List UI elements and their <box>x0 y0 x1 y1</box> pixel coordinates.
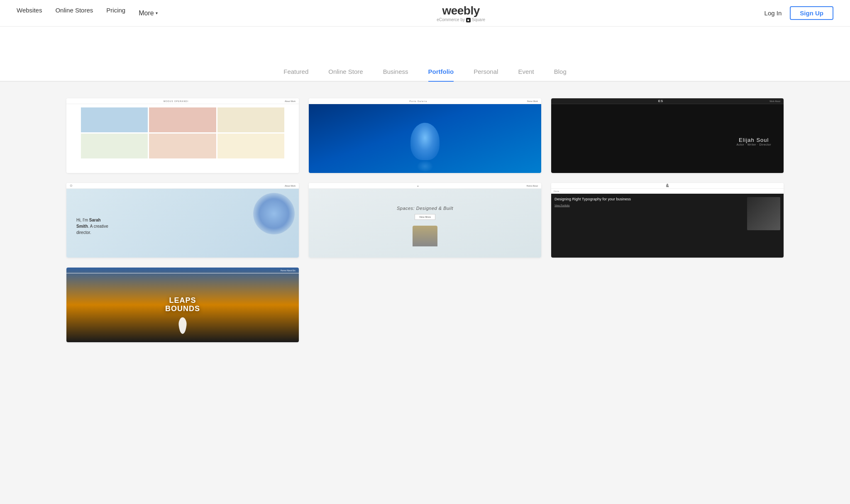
logo[interactable]: weebly eCommerce by ■ Square <box>437 4 485 23</box>
typography-view-more: View Portfolio <box>554 204 744 207</box>
tabs: Featured Online Store Business Portfolio… <box>0 60 850 82</box>
theme-grid-section: MODUS OPERANDI About Work <box>0 82 850 367</box>
tab-blog[interactable]: Blog <box>554 68 567 81</box>
nav-more-label: More <box>139 10 154 17</box>
tab-featured[interactable]: Featured <box>283 68 308 81</box>
nav-pricing[interactable]: Pricing <box>106 7 125 19</box>
porto-content <box>309 104 541 173</box>
ampersand-symbol: & <box>666 183 669 188</box>
navbar: Websites Online Stores Pricing More ▾ we… <box>0 0 850 27</box>
leaps-line1: LEAPS <box>165 297 200 305</box>
typography-body: Designing Right Typography for your busi… <box>551 194 784 258</box>
hero-band <box>0 27 850 60</box>
spaces-title: Spaces: Designed & Built <box>397 206 453 211</box>
theme-card-modus-operandi[interactable]: MODUS OPERANDI About Work <box>66 98 299 173</box>
modus-content <box>66 104 299 173</box>
theme-card-sarah-smith[interactable]: ⊙ About Work Hi, I'm SarahSmith. A creat… <box>66 183 299 258</box>
chair-illustration <box>413 226 437 246</box>
theme-card-spaces[interactable]: ● Home About Spaces: Designed & Built Vi… <box>309 183 541 258</box>
elijah-text: Elijah Soul Actor · Writer · Director <box>736 137 771 146</box>
tab-business[interactable]: Business <box>383 68 408 81</box>
photo-1 <box>81 107 148 132</box>
nav-links: Websites Online Stores Pricing More ▾ <box>17 7 158 19</box>
brand-name: weebly <box>437 4 485 18</box>
typography-nav: & <box>551 183 784 189</box>
photo-5 <box>149 134 216 158</box>
square-icon: ■ <box>466 18 471 23</box>
theme-card-porto-galeria[interactable]: Porto Galeria Home Work <box>309 98 541 173</box>
theme-card-leaps-bounds[interactable]: Home About Etc LEAPS BOUNDS <box>66 268 299 342</box>
porto-nav-title: Porto Galeria <box>312 100 525 102</box>
photo-3 <box>217 107 284 132</box>
leaps-nav: Home About Etc <box>66 268 299 273</box>
jellyfish-illustration <box>410 123 440 160</box>
typography-image <box>747 197 780 230</box>
leaps-content: LEAPS BOUNDS <box>66 268 299 342</box>
flower-illustration <box>253 193 295 234</box>
nav-actions: Log In Sign Up <box>765 6 833 20</box>
elijah-nav-title: ES <box>554 99 767 103</box>
theme-grid: MODUS OPERANDI About Work <box>66 98 784 342</box>
elijah-nav: ES Work About <box>551 98 784 104</box>
elijah-content: Elijah Soul Actor · Writer · Director <box>551 104 784 173</box>
typography-headline: Designing Right Typography for your busi… <box>554 197 744 202</box>
theme-card-elijah-soul[interactable]: ES Work About Elijah Soul Actor · Writer… <box>551 98 784 173</box>
nav-more[interactable]: More ▾ <box>139 10 157 17</box>
card-preview-sarah: ⊙ About Work Hi, I'm SarahSmith. A creat… <box>66 183 299 258</box>
nav-websites[interactable]: Websites <box>17 7 42 19</box>
card-preview-elijah: ES Work About Elijah Soul Actor · Writer… <box>551 98 784 173</box>
leaps-text: LEAPS BOUNDS <box>165 297 200 313</box>
sarah-text: Hi, I'm SarahSmith. A creativedirector. <box>76 217 108 236</box>
spaces-button: View More <box>415 214 435 220</box>
spaces-content: Spaces: Designed & Built View More <box>309 189 541 258</box>
card-preview-leaps: Home About Etc LEAPS BOUNDS <box>66 268 299 342</box>
card-preview-spaces: ● Home About Spaces: Designed & Built Vi… <box>309 183 541 258</box>
typography-content: & Home Designing Right Typography for yo… <box>551 183 784 258</box>
tabs-section: Featured Online Store Business Portfolio… <box>0 60 850 82</box>
card-preview-porto: Porto Galeria Home Work <box>309 98 541 173</box>
signup-button[interactable]: Sign Up <box>790 6 833 20</box>
sarah-content: Hi, I'm SarahSmith. A creativedirector. <box>66 189 299 258</box>
person-silhouette <box>178 317 187 334</box>
porto-nav: Porto Galeria Home Work <box>309 98 541 104</box>
brand-tagline: eCommerce by ■ Square <box>437 17 485 22</box>
login-button[interactable]: Log In <box>765 10 782 17</box>
theme-card-typography[interactable]: & Home Designing Right Typography for yo… <box>551 183 784 258</box>
typography-subnav: Home <box>551 189 784 194</box>
sarah-nav: ⊙ About Work <box>66 183 299 189</box>
tab-online-store[interactable]: Online Store <box>328 68 363 81</box>
tab-personal[interactable]: Personal <box>474 68 498 81</box>
modus-photo-grid <box>81 107 284 158</box>
elijah-name: Elijah Soul <box>736 137 771 143</box>
photo-2 <box>149 107 216 132</box>
card-preview-typography: & Home Designing Right Typography for yo… <box>551 183 784 258</box>
tab-portfolio[interactable]: Portfolio <box>428 68 454 81</box>
typography-text-block: Designing Right Typography for your busi… <box>554 197 744 207</box>
leaps-line2: BOUNDS <box>165 305 200 313</box>
tab-event[interactable]: Event <box>518 68 534 81</box>
modus-nav-title: MODUS OPERANDI <box>70 100 282 102</box>
elijah-sub: Actor · Writer · Director <box>736 143 771 146</box>
photo-6 <box>217 134 284 158</box>
chevron-down-icon: ▾ <box>156 11 158 15</box>
spaces-nav: ● Home About <box>309 183 541 189</box>
nav-online-stores[interactable]: Online Stores <box>55 7 93 19</box>
photo-4 <box>81 134 148 158</box>
card-preview-modus: MODUS OPERANDI About Work <box>66 98 299 173</box>
modus-nav: MODUS OPERANDI About Work <box>66 98 299 104</box>
